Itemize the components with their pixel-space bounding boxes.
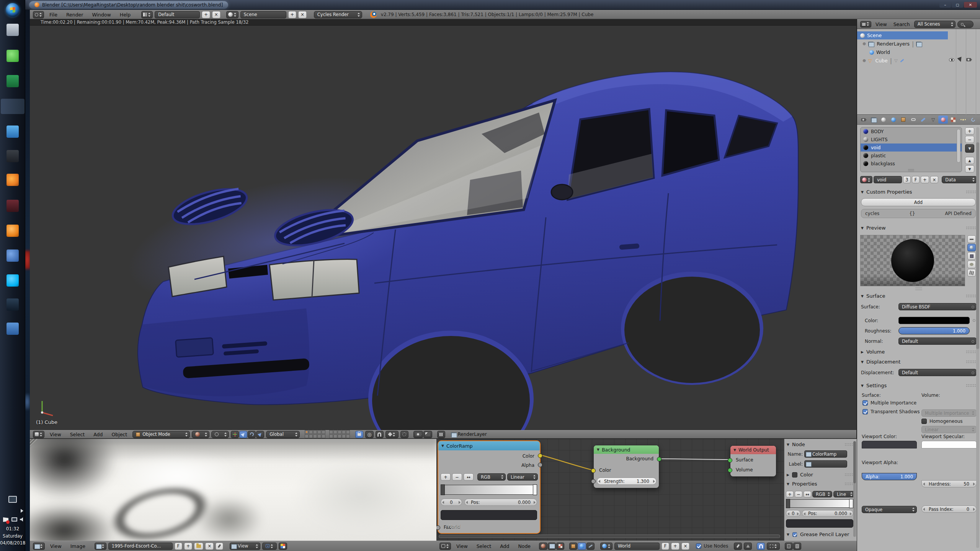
transparent-shadows-checkbox[interactable] — [862, 409, 868, 414]
scene-icon-button[interactable] — [226, 11, 238, 18]
multiple-importance-checkbox[interactable] — [862, 400, 868, 406]
visibility-eye-icon[interactable] — [949, 58, 954, 62]
ramp-stop-color-swatch[interactable] — [786, 519, 853, 528]
outliner-menu-search[interactable]: Search — [891, 21, 912, 27]
tray-expand-arrow-icon[interactable] — [21, 509, 23, 513]
image-new-button[interactable]: + — [184, 543, 193, 550]
material-fake-user-button[interactable]: F — [912, 176, 920, 183]
properties-scrollbar[interactable] — [976, 127, 979, 548]
tab-scene[interactable] — [879, 116, 888, 124]
scene-lock-button[interactable] — [355, 431, 363, 438]
node-menu-add[interactable]: Add — [497, 543, 513, 549]
transform-orientation-dropdown[interactable]: Global — [266, 431, 300, 438]
snap-node-button[interactable] — [757, 543, 765, 550]
slot-move-up-button[interactable]: ▲ — [965, 157, 974, 164]
color-ramp-gradient[interactable] — [441, 485, 537, 495]
render-opengl-button[interactable] — [413, 431, 423, 438]
list-scrollbar[interactable] — [957, 129, 960, 163]
tray-volume-icon[interactable] — [20, 517, 23, 522]
volume-interpolation-dropdown[interactable]: Linear — [921, 426, 977, 433]
node-background-header[interactable]: ▼ Background — [594, 445, 659, 454]
snap-magnet-button[interactable] — [376, 431, 384, 438]
taskbar-app-icon[interactable] — [7, 200, 19, 212]
slot-row[interactable]: plastic — [861, 152, 962, 160]
collapse-icon[interactable]: ▼ — [597, 448, 599, 452]
properties-editor[interactable]: ▽ BODY LIGHTS void plastic blackglass + … — [857, 115, 980, 551]
volume-sampling-dropdown[interactable]: Multiple Importance — [921, 409, 977, 417]
tray-network-icon[interactable] — [11, 517, 17, 522]
tab-material[interactable] — [938, 116, 948, 124]
viewport-specular-swatch[interactable] — [921, 441, 977, 448]
world-datablock-icon[interactable] — [600, 543, 612, 550]
ramp-delete-stop-button[interactable]: − — [795, 491, 802, 497]
ramp-color-mode-dropdown[interactable]: RGB — [812, 491, 832, 497]
ramp-index-field[interactable]: 0 — [441, 499, 462, 506]
panel-grip[interactable] — [966, 384, 976, 387]
viewport-alpha-dropdown[interactable]: Opaque — [862, 506, 917, 513]
normal-dropdown[interactable]: Default — [898, 337, 977, 345]
outliner-search-field[interactable] — [957, 21, 973, 28]
tab-render-layers[interactable] — [869, 116, 878, 124]
ramp-position-field[interactable]: Pos:0.000 — [464, 499, 537, 506]
npanel-scrollbar[interactable] — [853, 441, 856, 537]
image-fake-user-button[interactable]: F — [175, 543, 182, 550]
world-new-button[interactable]: + — [671, 543, 679, 550]
mode-dropdown[interactable]: Object Mode — [132, 431, 190, 438]
expand-icon[interactable]: ⊕ — [862, 41, 866, 46]
editor-type-button[interactable] — [33, 431, 44, 438]
ramp-stop-handle[interactable] — [533, 484, 537, 495]
tab-physics[interactable] — [968, 116, 978, 124]
api-defined-button[interactable]: API Defined — [945, 211, 972, 216]
input-socket-strength[interactable] — [591, 479, 596, 484]
taskbar-app-icon[interactable] — [7, 50, 19, 62]
manipulator-translate-button[interactable] — [239, 431, 247, 438]
node-editor[interactable]: ▼ ColorRamp Color Alpha + − ↔ RGB Linear… — [436, 439, 857, 551]
slot-add-button[interactable]: + — [965, 127, 974, 135]
surface-color-swatch[interactable] — [898, 317, 970, 324]
menu-render[interactable]: Render — [63, 12, 87, 18]
node-editor-canvas[interactable]: ▼ ColorRamp Color Alpha + − ↔ RGB Linear… — [436, 439, 857, 541]
snap-node-element-dropdown[interactable] — [767, 543, 780, 550]
renderable-camera-icon[interactable] — [966, 58, 971, 62]
pivot-point-dropdown[interactable] — [211, 431, 229, 438]
world-fake-user-button[interactable]: F — [662, 543, 669, 550]
displacement-dropdown[interactable]: Default — [898, 369, 977, 376]
world-datablock-name[interactable]: World — [614, 543, 660, 550]
ramp-stop-color-swatch[interactable] — [441, 510, 537, 520]
pause-render-button[interactable] — [437, 431, 445, 438]
ramp-color-mode-dropdown[interactable]: RGB — [477, 473, 506, 481]
tab-object-data[interactable]: ▽ — [928, 116, 938, 124]
viewport-menu-select[interactable]: Select — [67, 432, 88, 437]
editor-type-button[interactable] — [33, 11, 44, 18]
editor-type-button[interactable] — [33, 543, 45, 550]
outliner-row-renderlayers[interactable]: ⊕ RenderLayers | — [857, 40, 948, 48]
taskbar-app-icon[interactable] — [7, 274, 19, 287]
material-link-dropdown[interactable]: Data — [942, 176, 977, 183]
render-engine-dropdown[interactable]: Cycles Render — [314, 11, 362, 18]
viewport-menu-view[interactable]: View — [46, 432, 65, 437]
image-menu-image[interactable]: Image — [67, 543, 89, 549]
ramp-interpolation-dropdown[interactable]: Line — [833, 491, 855, 497]
panel-grip[interactable] — [966, 360, 976, 364]
color-ramp-gradient[interactable] — [786, 499, 853, 508]
panel-resize-handle[interactable] — [915, 288, 922, 290]
manipulator-axis-button[interactable] — [231, 431, 239, 438]
layers-widget-2[interactable] — [329, 430, 350, 439]
image-menu-view[interactable]: View — [47, 543, 65, 549]
viewport-shading-dropdown[interactable] — [192, 431, 209, 438]
editor-type-button[interactable] — [860, 21, 871, 28]
use-nodes-checkbox[interactable] — [696, 543, 701, 549]
hardness-field[interactable]: Hardness:50 — [921, 480, 977, 487]
image-datablock-name[interactable]: 1995-Ford-Escort-Co... — [108, 543, 173, 550]
expand-icon[interactable]: ⊕ — [862, 58, 866, 63]
ramp-flip-button[interactable]: ↔ — [464, 473, 474, 481]
window-titlebar[interactable]: Blender [C:\Users\MegaRingstar\Desktop\r… — [25, 0, 980, 10]
tab-world[interactable] — [889, 116, 898, 124]
taskbar-app-icon[interactable] — [7, 323, 19, 335]
screen-layout-icon-button[interactable] — [141, 11, 153, 18]
preview-hair-button[interactable] — [967, 269, 976, 277]
material-slot-list[interactable]: BODY LIGHTS void plastic blackglass — [860, 127, 962, 172]
grease-pencil-checkbox[interactable] — [792, 532, 797, 537]
ramp-index-field[interactable]: 0 — [786, 510, 800, 517]
linestyle-shader-toggle[interactable] — [586, 543, 595, 550]
